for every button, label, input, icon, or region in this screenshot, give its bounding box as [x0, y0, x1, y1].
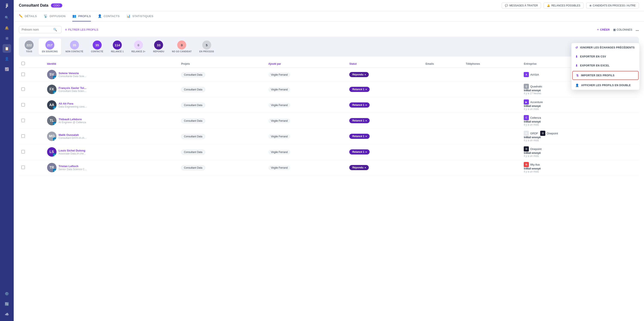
profile-cell: FX in François Xavier Tol... Consultant … — [47, 85, 176, 94]
filter-icon: ≡ — [65, 28, 67, 31]
dropdown-ignorer[interactable]: ↺ IGNORER LES ÉCHANGES PRÉCÉDENTS — [572, 43, 640, 52]
status-tab-no-go[interactable]: 0 NO GO CANDIDAT — [169, 38, 195, 55]
profile-name[interactable]: Thibault Lefebvre — [59, 118, 86, 121]
inmail-info: InMail envoyé il y a un mois — [524, 105, 636, 111]
sidebar-icon-cloud[interactable]: ☁️ — [2, 310, 11, 318]
profile-name[interactable]: Tristan Lefloch — [59, 165, 87, 168]
project-tag[interactable]: Consultant Data — [181, 72, 205, 77]
sidebar-icon-settings[interactable]: ⚙️ — [2, 289, 11, 298]
inmail-info: InMail envoyé il y a un mois — [524, 120, 636, 126]
messages-button[interactable]: 💬 MESSAGES À TRAITER — [502, 3, 541, 9]
linkedin-icon: in — [53, 153, 56, 157]
row-checkbox-4[interactable] — [22, 119, 25, 122]
status-tab-en-process[interactable]: 5 EN PROCESS — [196, 38, 218, 55]
status-tab-repondu[interactable]: 33 RÉPONDU — [150, 38, 168, 55]
sidebar-icon-bell[interactable]: 🔔 — [2, 24, 11, 32]
telephones-cell — [463, 68, 521, 82]
columns-button[interactable]: ▦ COLONNES — [613, 28, 632, 31]
relances-button[interactable]: 🔔 RELANCES POSSIBLES — [544, 3, 584, 9]
status-chip[interactable]: Répondu ▾ — [349, 165, 369, 170]
sidebar: ji 🔍 🔔 ⊞ 📋 👤 📈 ⚙️ 🔄 ☁️ — [0, 0, 14, 321]
avatar: LS in — [47, 147, 56, 157]
header-added-by[interactable]: Ajouté par — [266, 60, 347, 68]
status-chip[interactable]: Relancé 1 ▾ — [349, 118, 370, 123]
project-tag[interactable]: Consultant Data — [181, 134, 205, 139]
inmail-label: InMail envoyé — [524, 105, 636, 108]
dropdown-importer[interactable]: ⇅ IMPORTER DES PROFILS — [572, 71, 639, 80]
table-row: MO in Malik Oussalah Consultant DATA IA … — [19, 128, 639, 144]
status-tabs: 222 TOUS 217 EN SOURCING 35 NON CONTACTÉ… — [19, 37, 639, 57]
row-checkbox-3[interactable] — [22, 103, 25, 106]
row-checkbox-5[interactable] — [22, 134, 25, 138]
tab-details[interactable]: ✏️ DÉTAILS — [19, 11, 37, 22]
dropdown-double[interactable]: 👤 AFFICHER LES PROFILS EN DOUBLE — [572, 81, 640, 90]
broadcast-icon: 📡 — [44, 14, 48, 18]
row-checkbox-1[interactable] — [22, 73, 25, 76]
sidebar-icon-person[interactable]: 👤 — [2, 54, 11, 63]
emails-cell — [423, 128, 463, 144]
table-row: AA in Ali Ait Fora Data Engineering cons… — [19, 97, 639, 113]
filter-button[interactable]: ≡ FILTRER LES PROFILS — [65, 28, 98, 31]
profile-title: Associate Data.IA che... — [59, 152, 86, 155]
more-button[interactable]: ... — [636, 28, 639, 32]
profile-name[interactable]: François Xavier Tol... — [59, 86, 86, 90]
sidebar-icon-document[interactable]: 📋 — [2, 44, 11, 53]
status-tab-tous[interactable]: 222 TOUS — [20, 38, 38, 55]
status-label-contacte: CONTACTÉ — [91, 50, 103, 53]
status-chip[interactable]: Relancé 1 ▾ — [349, 87, 370, 92]
header-identity[interactable]: Identité — [44, 60, 179, 68]
status-tab-relance1[interactable]: 114 RELANCÉ 1 — [108, 38, 127, 55]
profile-name[interactable]: Louis Sichel Dulong — [59, 149, 86, 152]
row-checkbox-7[interactable] — [22, 166, 25, 169]
profile-name[interactable]: Malik Oussalah — [59, 133, 86, 136]
inmail-label: InMail envoyé — [524, 120, 636, 123]
dropdown-export-csv[interactable]: ⬇ EXPORTER EN CSV — [572, 52, 640, 61]
create-button[interactable]: ＋ CRÉER — [596, 28, 610, 32]
status-chip[interactable]: Relancé 1 ▾ — [349, 134, 370, 139]
contact-icon: 👤 — [98, 14, 102, 18]
tab-contacts[interactable]: 👤 CONTACTS — [98, 11, 120, 22]
avatar: AA in — [47, 100, 56, 110]
status-tab-contacte[interactable]: 35 CONTACTÉ — [88, 38, 106, 55]
project-tag[interactable]: Consultant Data — [181, 165, 205, 170]
tab-diffusion[interactable]: 📡 DIFFUSION — [44, 11, 66, 22]
telephones-cell — [463, 160, 521, 176]
profile-name[interactable]: Ali Ait Fora — [59, 102, 87, 105]
dropdown-export-excel[interactable]: ⬇ EXPORTER EN EXCEL — [572, 61, 640, 70]
candidats-button[interactable]: ⊕ CANDIDATS EN PROCESS / AUTRE — [586, 3, 639, 9]
project-tag[interactable]: Consultant Data — [181, 103, 205, 108]
project-tag[interactable]: Consultant Data — [181, 149, 205, 155]
status-label-relance1: RELANCÉ 1 — [111, 50, 124, 53]
sidebar-icon-refresh[interactable]: 🔄 — [2, 299, 11, 308]
sidebar-icon-grid[interactable]: ⊞ — [2, 34, 11, 42]
sidebar-icon-search[interactable]: 🔍 — [2, 13, 11, 22]
status-tab-en-sourcing[interactable]: 217 EN SOURCING — [38, 38, 61, 55]
search-input[interactable] — [22, 28, 52, 31]
select-all-checkbox[interactable] — [22, 62, 25, 65]
header-statut[interactable]: Statut — [347, 60, 423, 68]
status-chip[interactable]: Relancé 1 ▾ — [349, 102, 370, 108]
tab-profils[interactable]: 👥 PROFILS — [72, 11, 91, 22]
linkedin-icon: in — [53, 137, 56, 141]
profile-title: Senior Data Science C... — [59, 168, 87, 171]
profile-cell: TL in Thibault Lefebvre AI Engineer @ Ce… — [47, 116, 176, 125]
company-logo: ▶ — [524, 99, 529, 105]
status-chip[interactable]: Relancé 1 ▾ — [349, 149, 370, 154]
profiles-table: Identité Projets Ajouté par Statut Email… — [19, 60, 639, 176]
project-tag[interactable]: Consultant Data — [181, 118, 205, 123]
sidebar-icon-chart[interactable]: 📈 — [2, 65, 11, 73]
status-label-tous: TOUS — [26, 50, 32, 53]
row-checkbox-2[interactable] — [22, 87, 25, 91]
table-row: SV in Solene Venezia Consultante Data Sc… — [19, 68, 639, 82]
profile-name[interactable]: Solene Venezia — [59, 72, 86, 75]
tab-statistiques[interactable]: 📊 STATISTIQUES — [126, 11, 153, 22]
linkedin-icon: in — [53, 76, 56, 79]
status-tab-non-contacte[interactable]: 35 NON CONTACTÉ — [62, 38, 87, 55]
table-row: TL in Thibault Lefebvre AI Engineer @ Ce… — [19, 113, 639, 128]
row-checkbox-6[interactable] — [22, 150, 25, 153]
status-chip[interactable]: Répondu ▾ — [349, 72, 369, 77]
profile-title: Consultant Data Scien... — [59, 90, 86, 93]
project-tag[interactable]: Consultant Data — [181, 87, 205, 92]
chevron-down-icon: ▾ — [366, 135, 366, 137]
status-tab-relance2[interactable]: 0 RELANCÉ 2+ — [128, 38, 149, 55]
